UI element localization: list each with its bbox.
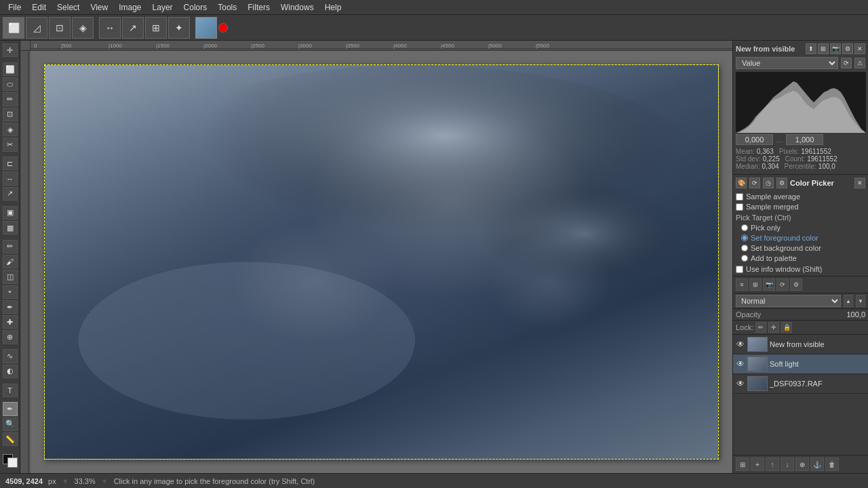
level-max-input[interactable]: 1,000 bbox=[786, 134, 823, 145]
new-layer-btn[interactable]: + bbox=[751, 458, 764, 471]
tool-transform-tb[interactable]: ↔ bbox=[3, 171, 18, 185]
histogram-close-icon[interactable]: ✕ bbox=[854, 43, 865, 54]
tool-eraser[interactable]: ◫ bbox=[3, 270, 18, 283]
level-min-input[interactable]: 0,000 bbox=[736, 134, 773, 145]
layers-mode-select[interactable]: Normal Multiply Screen Overlay Soft Ligh… bbox=[736, 295, 841, 307]
tool-measure[interactable]: 📏 bbox=[3, 432, 18, 446]
tool-warp[interactable]: ↗ bbox=[122, 17, 144, 39]
histogram-refresh-icon[interactable]: ⟳ bbox=[841, 58, 852, 68]
tool-select-by-color[interactable]: ◈ bbox=[72, 17, 94, 39]
layers-icon-3[interactable]: 📷 bbox=[763, 279, 775, 291]
menu-edit[interactable]: Edit bbox=[26, 1, 52, 14]
new-layer-group-btn[interactable]: ⊞ bbox=[736, 458, 749, 471]
menu-image[interactable]: Image bbox=[113, 1, 146, 14]
layer-item[interactable]: 👁 _DSF0937.RAF bbox=[733, 374, 868, 394]
tool-cage[interactable]: ⊞ bbox=[145, 17, 167, 39]
tool-crop[interactable]: ⊏ bbox=[3, 157, 18, 170]
menu-colors[interactable]: Colors bbox=[178, 1, 213, 14]
sample-merged-checkbox[interactable] bbox=[736, 203, 743, 211]
menu-layer[interactable]: Layer bbox=[147, 1, 178, 14]
layers-icon-1[interactable]: ≡ bbox=[736, 279, 748, 291]
add-palette-radio[interactable] bbox=[741, 255, 748, 262]
pick-only-radio[interactable] bbox=[741, 224, 748, 231]
lock-alpha-btn[interactable]: 🔒 bbox=[781, 322, 792, 333]
tool-ellipse-select[interactable]: ⬭ bbox=[3, 77, 18, 91]
layer-item[interactable]: 👁 Soft light bbox=[733, 354, 868, 374]
layer-visibility-toggle[interactable]: 👁 bbox=[736, 379, 745, 388]
color-picker-icon-4[interactable]: ⚙ bbox=[776, 178, 787, 188]
anchor-layer-btn[interactable]: ⚓ bbox=[810, 458, 824, 471]
fg-bg-color-selector[interactable] bbox=[3, 454, 18, 468]
tool-airbrush[interactable]: ∘ bbox=[3, 285, 18, 299]
tool-bucket-fill[interactable]: ▣ bbox=[3, 206, 18, 220]
duplicate-layer-btn[interactable]: ⊕ bbox=[795, 458, 809, 471]
tool-text[interactable]: T bbox=[3, 384, 18, 397]
tool-rect-select[interactable]: ⬜ bbox=[3, 62, 18, 76]
tool-smudge[interactable]: ∿ bbox=[3, 349, 18, 363]
color-picker-icon-3[interactable]: ◷ bbox=[763, 178, 774, 188]
set-fg-radio[interactable] bbox=[741, 235, 748, 241]
layers-mode-down[interactable]: ▼ bbox=[856, 295, 865, 307]
tool-select-by-color-tb[interactable]: ◈ bbox=[3, 123, 18, 136]
tool-paintbrush[interactable]: 🖌 bbox=[3, 255, 18, 268]
delete-layer-btn[interactable]: 🗑 bbox=[825, 458, 839, 471]
layers-mode-up[interactable]: ▲ bbox=[844, 295, 853, 307]
tool-zoom[interactable]: 🔍 bbox=[3, 418, 18, 431]
histogram-channel-select[interactable]: Value Red Green Blue bbox=[736, 57, 838, 69]
lock-pixels-btn[interactable]: ✏ bbox=[755, 322, 766, 333]
tool-free-select-tb[interactable]: ✏ bbox=[3, 92, 18, 106]
raise-layer-btn[interactable]: ↑ bbox=[766, 458, 779, 471]
sample-merged-option[interactable]: Sample merged bbox=[736, 203, 865, 211]
layer-item[interactable]: 👁 New from visible bbox=[733, 335, 868, 354]
canvas-image[interactable] bbox=[44, 64, 719, 460]
set-bg-radio[interactable] bbox=[741, 245, 748, 251]
tool-pencil[interactable]: ✏ bbox=[3, 240, 18, 253]
tool-clone[interactable]: ⊕ bbox=[3, 330, 18, 344]
tool-move[interactable]: ✛ bbox=[3, 43, 18, 57]
use-info-checkbox[interactable] bbox=[736, 266, 743, 273]
histogram-linear-icon[interactable]: 📷 bbox=[830, 43, 841, 54]
histogram-channels-icon[interactable]: ⬆ bbox=[806, 43, 816, 54]
lock-position-btn[interactable]: ✛ bbox=[768, 322, 779, 333]
menu-tools[interactable]: Tools bbox=[212, 1, 242, 14]
color-picker-icon-2[interactable]: ⟳ bbox=[749, 178, 760, 188]
tool-gradient[interactable]: ▦ bbox=[3, 221, 18, 235]
layers-icon-2[interactable]: ⊞ bbox=[749, 279, 762, 291]
layers-icon-4[interactable]: ⟳ bbox=[776, 279, 789, 291]
sample-average-option[interactable]: Sample average bbox=[736, 192, 865, 201]
tool-warp-tb[interactable]: ↗ bbox=[3, 187, 18, 201]
use-info-window-option[interactable]: Use info window (Shift) bbox=[736, 265, 865, 273]
tool-free-select[interactable]: ◿ bbox=[26, 17, 47, 39]
menu-help[interactable]: Help bbox=[319, 1, 347, 14]
canvas-area[interactable] bbox=[31, 51, 732, 473]
tool-dodge-burn[interactable]: ◐ bbox=[3, 365, 18, 378]
tool-scissors[interactable]: ✂ bbox=[3, 138, 18, 151]
tool-color-picker[interactable]: ✒ bbox=[3, 402, 18, 415]
tool-heal[interactable]: ✚ bbox=[3, 315, 18, 329]
menu-file[interactable]: File bbox=[3, 1, 26, 14]
menu-windows[interactable]: Windows bbox=[275, 1, 319, 14]
sample-average-checkbox[interactable] bbox=[736, 193, 743, 201]
add-to-palette-option[interactable]: Add to palette bbox=[736, 254, 865, 262]
tool-unified-transform[interactable]: ✦ bbox=[168, 17, 190, 39]
histogram-zoom-icon[interactable]: ⊞ bbox=[818, 43, 829, 54]
menu-select[interactable]: Select bbox=[52, 1, 85, 14]
layer-visibility-toggle[interactable]: 👁 bbox=[736, 340, 745, 349]
background-color[interactable] bbox=[7, 458, 18, 468]
tool-transform[interactable]: ↔ bbox=[99, 17, 121, 39]
layer-visibility-toggle[interactable]: 👁 bbox=[736, 359, 745, 369]
tool-ink[interactable]: ✒ bbox=[3, 300, 18, 314]
tool-fuzzy-select[interactable]: ⊡ bbox=[49, 17, 71, 39]
color-picker-close-icon[interactable]: ✕ bbox=[854, 178, 865, 188]
histogram-warning-icon[interactable]: ⚠ bbox=[854, 58, 865, 68]
color-picker-icon-1[interactable]: 🎨 bbox=[736, 178, 747, 188]
menu-view[interactable]: View bbox=[85, 1, 113, 14]
tool-rectangle-select[interactable]: ⬜ bbox=[3, 17, 24, 39]
layers-icon-5[interactable]: ⚙ bbox=[790, 279, 802, 291]
lower-layer-btn[interactable]: ↓ bbox=[781, 458, 794, 471]
tool-fuzzy-select-tb[interactable]: ⊡ bbox=[3, 108, 18, 121]
set-fg-color-option[interactable]: Set foreground color bbox=[736, 234, 865, 242]
close-image-btn[interactable] bbox=[218, 23, 228, 33]
pick-only-option[interactable]: Pick only bbox=[736, 224, 865, 232]
histogram-menu-icon[interactable]: ⚙ bbox=[842, 43, 853, 54]
